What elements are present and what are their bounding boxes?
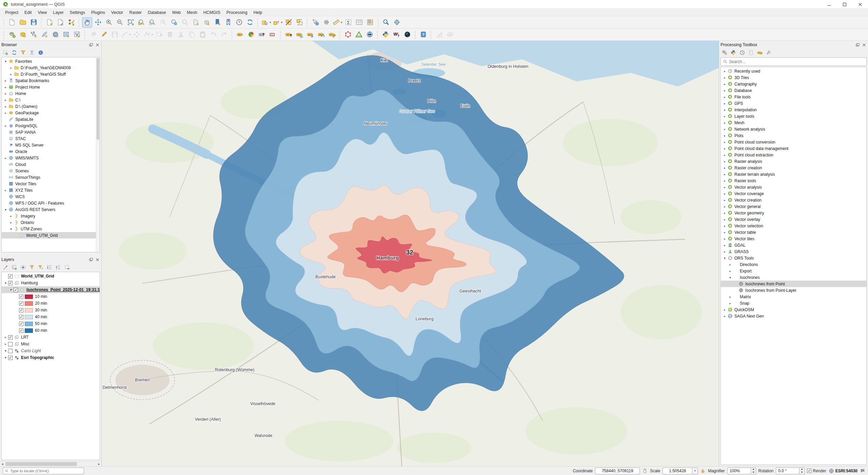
scroll-left-icon[interactable]: ◀	[0, 462, 5, 466]
toolbox-item[interactable]: ▸Vector selection	[721, 223, 866, 229]
toolbox-item[interactable]: ▸GRASS	[721, 248, 866, 255]
browser-item[interactable]: ▾UTM Zones	[2, 226, 100, 232]
toolbox-item[interactable]: ▸Interpolation	[721, 107, 866, 113]
layers-remove-button[interactable]	[63, 264, 71, 271]
layers-filter-legend-button[interactable]	[28, 264, 36, 271]
toolbox-item[interactable]: ▸Layer tools	[721, 113, 866, 119]
toolbox-item[interactable]: ▸Vector tiles	[721, 235, 866, 242]
scrollbar-thumb[interactable]	[5, 462, 77, 466]
layer-checkbox[interactable]: ✓	[8, 335, 13, 340]
toolbox-item[interactable]: ▸Vector table	[721, 229, 866, 235]
layer-checkbox[interactable]	[8, 349, 13, 353]
toolbox-close-icon[interactable]	[862, 42, 867, 48]
delete-sel-button[interactable]	[165, 30, 175, 40]
tree-expander-icon[interactable]: ▾	[3, 281, 8, 285]
tree-expander-icon[interactable]: ▸	[722, 315, 727, 318]
tree-expander-icon[interactable]: ▸	[3, 92, 8, 95]
browser-float-icon[interactable]	[88, 42, 94, 48]
new-project-button[interactable]	[7, 17, 17, 27]
temporal-button[interactable]	[234, 17, 244, 27]
layer-checkbox[interactable]: ✓	[19, 301, 23, 306]
move-feature-button[interactable]	[132, 30, 142, 40]
field-calc-button[interactable]	[365, 17, 375, 27]
toolbox-item[interactable]: ▸Network analysis	[721, 126, 866, 132]
layers-item[interactable]: ▸✓LRT	[2, 334, 100, 341]
toolbox-item[interactable]: ▸File tools	[721, 94, 866, 100]
toolbox-item[interactable]: ▸Vector creation	[721, 197, 866, 203]
layers-add-group-button[interactable]	[10, 264, 18, 271]
tree-expander-icon[interactable]: ▸	[722, 173, 727, 176]
new-spatialite-button[interactable]	[39, 30, 50, 40]
tree-expander-icon[interactable]: ▸	[722, 121, 727, 125]
layer-checkbox[interactable]: ✓	[8, 281, 13, 285]
toolbox-edit-inplace-button[interactable]: abc	[756, 49, 764, 56]
tree-expander-icon[interactable]: ▸	[722, 244, 727, 247]
stats-button[interactable]: Σ	[343, 17, 354, 27]
tree-expander-icon[interactable]: ▸	[8, 221, 14, 224]
toolbox-float-icon[interactable]	[855, 42, 860, 48]
tree-expander-icon[interactable]: ▸	[728, 263, 733, 266]
attr-table-button[interactable]	[354, 17, 364, 27]
maximize-button[interactable]	[837, 0, 852, 8]
toolbox-item[interactable]: ▸QuickOSM	[721, 306, 866, 313]
menu-settings[interactable]: Settings	[67, 9, 88, 16]
browser-item[interactable]: ▸WMS/WMTS	[2, 155, 100, 161]
layers-item[interactable]: ✓30 min	[2, 307, 100, 314]
toolbox-item[interactable]: ▸Snap	[721, 300, 866, 306]
browser-item[interactable]: STAC	[2, 135, 100, 142]
toolbox-item[interactable]: ▸SAGA Next Gen	[721, 313, 866, 319]
tree-expander-icon[interactable]: ▸	[722, 166, 727, 170]
browser-item[interactable]: ▾Favorites	[2, 58, 100, 64]
layer-checkbox[interactable]: ✓	[19, 308, 23, 312]
tree-expander-icon[interactable]: ▸	[3, 111, 8, 115]
toolbox-item[interactable]: ▸Point cloud conversion	[721, 139, 866, 145]
menu-layer[interactable]: Layer	[50, 9, 66, 16]
scale-combo[interactable]: 1:505428 ▾	[663, 468, 698, 474]
menu-hcmgis[interactable]: HCMGIS	[200, 9, 223, 16]
layers-float-icon[interactable]	[88, 257, 94, 262]
layers-item[interactable]: ▾✓Esri Topographic	[2, 354, 100, 361]
new-virtual-button[interactable]	[50, 30, 60, 40]
menu-mesh[interactable]: Mesh	[184, 9, 200, 16]
label-edit-button[interactable]: abc	[327, 30, 337, 40]
layers-item[interactable]: ✓60 min	[2, 327, 100, 334]
layers-item[interactable]: ✓40 min	[2, 314, 100, 320]
layers-themes-button[interactable]	[19, 264, 27, 271]
copy-button[interactable]	[186, 30, 197, 40]
toolbox-history-button[interactable]	[738, 49, 746, 56]
layers-item[interactable]: ✓20 min	[2, 300, 100, 307]
toolbox-options-button[interactable]	[765, 49, 773, 56]
refresh-button[interactable]	[245, 17, 255, 27]
messages-icon[interactable]	[860, 468, 865, 474]
python-button[interactable]	[380, 30, 391, 40]
browser-close-icon[interactable]	[95, 42, 100, 48]
toolbox-item[interactable]: ▸Vector overlay	[721, 216, 866, 223]
vertex-tool-button[interactable]: ▾	[143, 30, 154, 40]
new-layout-button[interactable]	[44, 17, 55, 27]
browser-item[interactable]: WFS / OGC API - Features	[2, 200, 100, 206]
tree-expander-icon[interactable]: ▸	[722, 211, 727, 215]
browser-item[interactable]: SAP HANA	[2, 129, 100, 135]
toolbox-item[interactable]: ▸Directions	[721, 261, 866, 268]
tree-expander-icon[interactable]: ▸	[722, 95, 727, 99]
menu-web[interactable]: Web	[169, 9, 184, 16]
tree-expander-icon[interactable]: ▸	[3, 79, 8, 82]
save-project-button[interactable]	[28, 17, 39, 27]
magnifier-spinbox[interactable]: 100%	[727, 468, 756, 474]
toolbox-item[interactable]: ▸GDALGDAL	[721, 242, 866, 248]
tree-expander-icon[interactable]: ▸	[722, 134, 727, 137]
toolbox-item[interactable]: ▸Cartography	[721, 81, 866, 87]
redo-button[interactable]	[219, 30, 229, 40]
tree-expander-icon[interactable]: ▸	[3, 124, 8, 128]
tree-expander-icon[interactable]: ▾	[8, 227, 14, 231]
tree-expander-icon[interactable]: ▸	[722, 218, 727, 221]
locator-input[interactable]	[10, 469, 82, 473]
render-checkbox[interactable]: ✓ Render	[807, 469, 826, 473]
diagram-pie-button[interactable]	[246, 30, 256, 40]
tree-expander-icon[interactable]: ▸	[3, 86, 8, 89]
deselect-button[interactable]	[283, 17, 294, 27]
layer-checkbox[interactable]: ✓	[19, 328, 23, 333]
tree-expander-icon[interactable]: ▸	[3, 105, 8, 108]
tree-expander-icon[interactable]: ▸	[722, 82, 727, 86]
paste-button[interactable]	[197, 30, 208, 40]
